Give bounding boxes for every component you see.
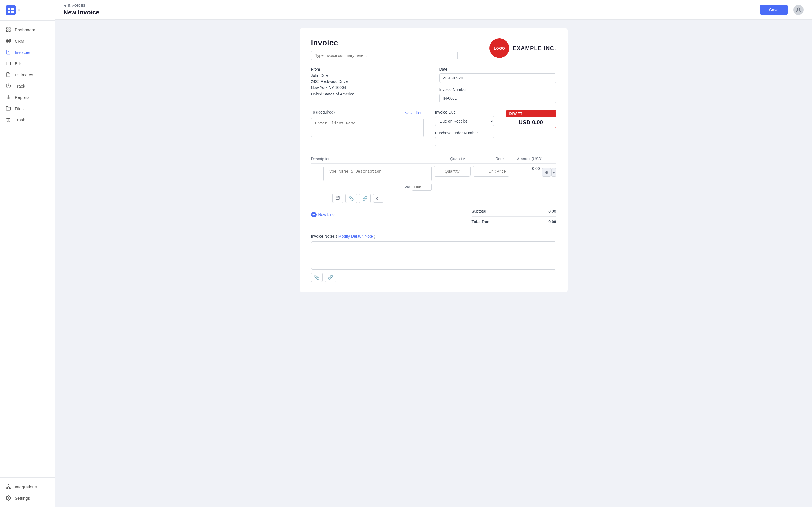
sidebar-item-label: Dashboard (15, 27, 35, 32)
svg-rect-10 (10, 39, 11, 40)
new-line-button[interactable]: + New Line (311, 212, 335, 217)
header-right: Save (760, 4, 804, 15)
app-logo-icon[interactable] (6, 5, 16, 15)
sidebar: ▾ Dashboard CRM Invoices Bills (0, 0, 55, 507)
invoice-due-select[interactable]: Due on Receipt Net 15 Net 30 Net 60 Cust… (435, 116, 494, 126)
sidebar-item-dashboard[interactable]: Dashboard (0, 24, 55, 35)
svg-rect-1 (9, 27, 10, 29)
from-address-line2: New York NY 10004 (311, 84, 428, 91)
sidebar-item-bills[interactable]: Bills (0, 58, 55, 69)
from-label: From (311, 67, 428, 71)
new-client-link[interactable]: New Client (405, 111, 424, 115)
description-col-header: Description (311, 157, 426, 161)
company-logo-text: LOGO (494, 46, 505, 50)
total-due-label: Total Due (472, 219, 490, 224)
to-section: To (Required) New Client (311, 110, 424, 138)
gear-button[interactable]: ⚙ (542, 168, 551, 177)
unit-input[interactable] (412, 184, 432, 191)
row-actions: ⚙ ▾ (542, 166, 556, 177)
files-icon (6, 106, 11, 111)
svg-point-24 (9, 488, 11, 489)
draft-label: DRAFT (506, 110, 556, 117)
attachment-toolbar-btn[interactable]: 📎 (345, 194, 357, 203)
svg-rect-9 (8, 42, 10, 43)
amount-cell: 0.00 (512, 166, 540, 171)
sidebar-item-files[interactable]: Files (0, 103, 55, 114)
svg-point-28 (8, 497, 9, 499)
invoice-due-group: Invoice Due Due on Receipt Net 15 Net 30… (435, 110, 494, 126)
sidebar-item-invoices[interactable]: Invoices (0, 47, 55, 58)
subtotal-row: Subtotal 0.00 (472, 207, 556, 215)
per-unit-row: Per (323, 184, 432, 191)
line-items-header: Description Quantity Rate Amount (USD) (311, 154, 556, 164)
invoice-number-group: Invoice Number (439, 87, 556, 103)
notes-attachment-btn[interactable]: 📎 (311, 273, 322, 282)
save-button[interactable]: Save (760, 4, 788, 15)
reports-icon (6, 94, 11, 100)
quantity-input[interactable] (434, 166, 470, 177)
date-label: Date (439, 67, 556, 71)
svg-point-29 (797, 8, 799, 10)
sidebar-item-track[interactable]: Track (0, 80, 55, 92)
sidebar-item-label: Files (15, 106, 24, 111)
item-toolbar: 📎 🔗 🏷 (323, 193, 432, 203)
notes-section: Invoice Notes ( Modify Default Note ) 📎 … (311, 234, 556, 282)
calendar-toolbar-btn[interactable] (333, 193, 343, 203)
description-input[interactable] (323, 166, 432, 181)
breadcrumb-link[interactable]: INVOICES (68, 3, 86, 8)
sidebar-item-trash[interactable]: Trash (0, 114, 55, 125)
content-area: Invoice LOGO EXAMPLE INC. From John Doe … (55, 20, 812, 507)
sidebar-item-label: Invoices (15, 50, 30, 55)
sidebar-item-label: Reports (15, 95, 30, 100)
subtotal-label: Subtotal (472, 209, 486, 214)
trash-icon (6, 117, 11, 122)
tag-toolbar-btn[interactable]: 🏷 (373, 194, 384, 203)
date-field-group: Date (439, 67, 556, 83)
sidebar-item-reports[interactable]: Reports (0, 92, 55, 103)
sidebar-bottom: Integrations Settings (0, 477, 55, 507)
sidebar-item-estimates[interactable]: Estimates (0, 69, 55, 80)
unit-price-input[interactable] (473, 166, 509, 177)
to-header: To (Required) New Client (311, 110, 424, 116)
amount-value: 0.00 (532, 163, 540, 171)
invoice-summary-input[interactable] (311, 51, 458, 60)
date-fields: Date Invoice Number (439, 67, 556, 103)
po-number-label: Purchase Order Number (435, 131, 494, 135)
invoice-number-input[interactable] (439, 94, 556, 103)
estimates-icon (6, 72, 11, 77)
from-date-row: From John Doe 2425 Redwood Drive New Yor… (311, 67, 556, 103)
track-icon (6, 83, 11, 89)
sidebar-item-settings[interactable]: Settings (0, 492, 55, 504)
per-label: Per (404, 185, 410, 189)
notes-textarea[interactable] (311, 241, 556, 270)
modify-note-link[interactable]: Modify Default Note (338, 234, 373, 238)
bills-icon (6, 61, 11, 66)
total-due-value: 0.00 (548, 219, 556, 224)
settings-icon (6, 495, 11, 501)
client-name-input[interactable] (311, 118, 424, 137)
svg-rect-2 (6, 30, 8, 32)
sidebar-item-crm[interactable]: CRM (0, 35, 55, 47)
sidebar-nav: Dashboard CRM Invoices Bills Estimates (0, 20, 55, 477)
main-area: ◀ INVOICES New Invoice Save Invoice (55, 0, 812, 507)
invoice-top: Invoice LOGO EXAMPLE INC. (311, 38, 556, 60)
quantity-col-header: Quantity (428, 157, 465, 161)
header-left: ◀ INVOICES New Invoice (63, 3, 99, 16)
line-items-section: Description Quantity Rate Amount (USD) ⋮… (311, 154, 556, 282)
row-dropdown-btn[interactable]: ▾ (552, 168, 556, 177)
draft-amount-section: DRAFT USD 0.00 (506, 110, 556, 128)
svg-point-22 (8, 485, 9, 486)
sidebar-item-integrations[interactable]: Integrations (0, 481, 55, 492)
user-avatar[interactable] (794, 5, 804, 15)
po-number-input[interactable] (435, 137, 494, 147)
drag-handle[interactable]: ⋮⋮ (311, 166, 321, 175)
link-toolbar-btn[interactable]: 🔗 (359, 194, 371, 203)
invoice-title-section: Invoice (311, 38, 490, 60)
date-input[interactable] (439, 73, 556, 83)
svg-rect-5 (6, 41, 8, 42)
logo-chevron-icon[interactable]: ▾ (18, 8, 20, 12)
rate-col-header: Rate (467, 157, 504, 161)
notes-link-btn[interactable]: 🔗 (325, 273, 336, 282)
new-line-totals-row: + New Line Subtotal 0.00 Total Due 0.00 (311, 207, 556, 226)
notes-label: Invoice Notes ( Modify Default Note ) (311, 234, 556, 238)
